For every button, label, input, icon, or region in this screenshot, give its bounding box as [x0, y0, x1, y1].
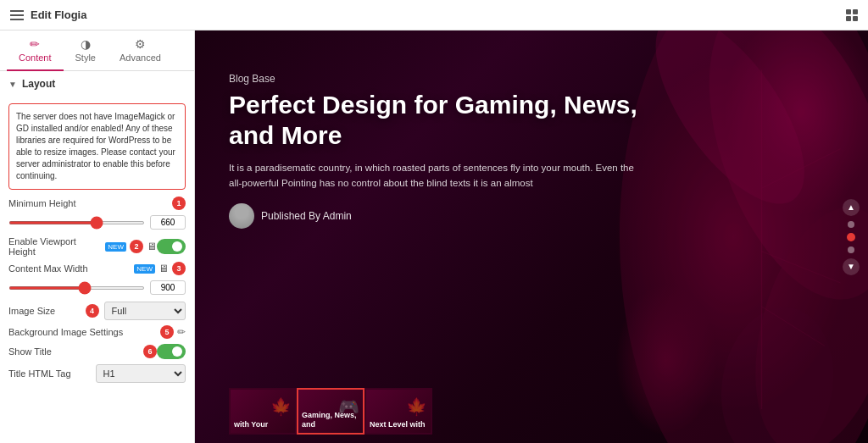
author-name: Published By Admin [261, 210, 352, 222]
warning-text: The server does not have ImageMagick or … [16, 112, 175, 180]
show-title-label: Show Title [8, 346, 140, 357]
bg-image-edit-button[interactable]: ✏ [177, 326, 186, 338]
apps-icon[interactable] [846, 9, 858, 21]
panel-tabs: ✏ Content ◑ Style ⚙ Advanced [0, 30, 194, 71]
topbar: Edit Flogia [0, 0, 868, 30]
thumb-3-label: Next Level with [370, 420, 426, 429]
minimum-height-slider-group: 660 [8, 215, 186, 230]
left-panel: ✏ Content ◑ Style ⚙ Advanced ▼ Layout Th… [0, 30, 195, 443]
thumb-1-decor: 🍁 [270, 396, 292, 417]
nav-dot-1[interactable] [848, 221, 854, 228]
image-size-select[interactable]: Full [104, 302, 186, 320]
thumb-2-label: Gaming, News, and [302, 411, 359, 429]
show-title-toggle[interactable] [157, 344, 186, 359]
topbar-left: Edit Flogia [10, 8, 86, 21]
settings-area: Minimum Height 1 660 Enable Viewport Hei… [0, 197, 194, 388]
description-text: It is a paradisematic country, in which … [229, 161, 636, 191]
minimum-height-label: Minimum Height [8, 198, 169, 208]
content-tab-icon: ✏ [30, 37, 40, 51]
tab-style[interactable]: ◑ Style [64, 30, 108, 71]
image-size-label: Image Size [8, 306, 82, 316]
viewport-toggle[interactable] [157, 239, 186, 254]
viewport-height-row: Enable Viewport Height NEW 2 🖥 [8, 236, 186, 257]
nav-dot-2[interactable] [847, 233, 855, 241]
title-html-tag-label: Title HTML Tag [8, 368, 91, 379]
style-tab-icon: ◑ [81, 37, 91, 51]
thumb-3-decor: 🍁 [406, 396, 427, 417]
tab-content[interactable]: ✏ Content [7, 30, 64, 71]
content-monitor-icon: 🖥 [159, 263, 169, 274]
content-max-width-input[interactable]: 900 [150, 280, 186, 295]
minimum-height-badge: 1 [172, 197, 186, 210]
right-nav: ▲ ▼ [843, 199, 860, 275]
thumb-3[interactable]: 🍁 Next Level with [364, 388, 432, 435]
bg-image-badge: 5 [160, 325, 174, 339]
nav-down-arrow[interactable]: ▼ [843, 258, 860, 275]
content-max-width-row: Content Max Width NEW 🖥 3 [8, 262, 186, 275]
author-row: Published By Admin [229, 203, 670, 229]
content-max-width-slider[interactable] [8, 286, 145, 290]
viewport-height-badge: 2 [130, 240, 143, 253]
preview-panel: Blog Base Perfect Design for Gaming, New… [195, 30, 868, 443]
advanced-tab-label: Advanced [120, 53, 161, 63]
show-title-badge: 6 [143, 345, 157, 358]
minimum-height-row: Minimum Height 1 [8, 197, 186, 210]
image-size-row: Image Size 4 Full [8, 302, 186, 320]
hamburger-icon[interactable] [10, 10, 24, 20]
preview-content: Blog Base Perfect Design for Gaming, New… [229, 73, 670, 242]
thumb-1-label: with Your [234, 420, 268, 429]
warning-box: The server does not have ImageMagick or … [8, 103, 186, 190]
image-size-badge: 4 [86, 304, 99, 318]
content-max-width-new-badge: NEW [134, 264, 155, 274]
main-title: Perfect Design for Gaming, News, and Mor… [229, 90, 670, 151]
minimum-height-slider[interactable] [8, 221, 145, 224]
author-avatar [229, 203, 254, 229]
author-avatar-inner [229, 203, 254, 229]
nav-up-arrow[interactable]: ▲ [843, 199, 860, 216]
thumb-2[interactable]: 🎮 Gaming, News, and [297, 388, 364, 435]
tab-advanced[interactable]: ⚙ Advanced [108, 30, 173, 71]
content-max-width-slider-row: 900 [8, 280, 186, 295]
thumbnails-row: 🍁 with Your 🎮 Gaming, News, and 🍁 Next L… [229, 388, 432, 435]
show-title-slider [157, 344, 186, 359]
thumb-1[interactable]: 🍁 with Your [229, 388, 297, 435]
advanced-tab-icon: ⚙ [135, 37, 146, 51]
content-max-width-label: Content Max Width [8, 263, 131, 274]
layout-section-label: Layout [22, 78, 55, 90]
blog-base-label: Blog Base [229, 73, 670, 85]
bg-image-label: Background Image Settings [8, 327, 157, 337]
main-layout: ✏ Content ◑ Style ⚙ Advanced ▼ Layout Th… [0, 30, 868, 443]
viewport-height-label: Enable Viewport Height [8, 236, 103, 257]
toggle-slider [157, 239, 186, 254]
layout-section-header[interactable]: ▼ Layout [0, 71, 194, 97]
title-html-tag-select[interactable]: H1 [96, 364, 186, 383]
layout-arrow-icon: ▼ [8, 80, 17, 89]
content-max-width-slider-group: 900 [8, 280, 186, 295]
title-html-tag-row: Title HTML Tag H1 [8, 364, 186, 383]
content-tab-label: Content [19, 53, 52, 63]
style-tab-label: Style [75, 53, 96, 63]
monitor-icon: 🖥 [147, 241, 157, 252]
viewport-new-badge: NEW [105, 242, 126, 252]
content-max-width-badge: 3 [172, 262, 186, 275]
topbar-title: Edit Flogia [31, 8, 86, 21]
minimum-height-input[interactable]: 660 [150, 215, 186, 230]
show-title-row: Show Title 6 [8, 344, 186, 359]
bg-image-settings-row: Background Image Settings 5 ✏ [8, 325, 186, 339]
minimum-height-slider-row: 660 [8, 215, 186, 230]
nav-dot-3[interactable] [848, 246, 854, 253]
